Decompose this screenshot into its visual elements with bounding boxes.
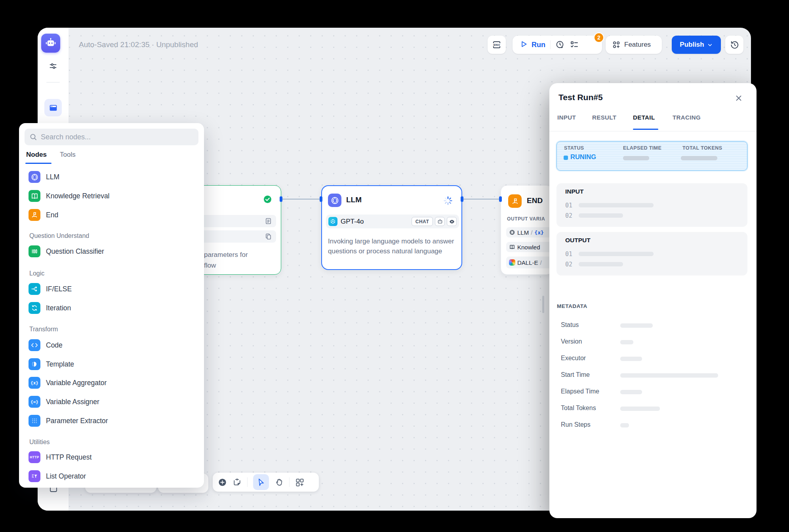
features-button[interactable]: Features bbox=[606, 36, 662, 54]
end-variable-dalle: DALL-E / bbox=[506, 256, 553, 268]
features-icon bbox=[612, 40, 621, 49]
start-field-row[interactable] bbox=[194, 230, 276, 243]
palette-item-knowledge-retrieval[interactable]: Knowledge Retrieval bbox=[29, 190, 195, 202]
palette-item-template[interactable]: Template bbox=[29, 358, 195, 370]
node-search[interactable] bbox=[25, 129, 198, 145]
vision-eye-badge-icon[interactable] bbox=[447, 217, 457, 226]
start-output-handle[interactable] bbox=[280, 196, 282, 202]
palette-item-question-classifier[interactable]: Question Classifier bbox=[29, 245, 195, 257]
tab-tracing[interactable]: TRACING bbox=[673, 114, 701, 121]
book-mini-icon bbox=[509, 244, 515, 250]
llm-node[interactable]: LLM bbox=[321, 185, 462, 270]
output-variables-label: OUTPUT VARIA bbox=[507, 216, 545, 222]
publish-label: Publish bbox=[680, 41, 704, 49]
total-tokens-label: TOTAL TOKENS bbox=[682, 145, 722, 151]
app-logo[interactable] bbox=[41, 34, 60, 53]
list-filter-icon bbox=[29, 470, 40, 482]
variable-assigner-icon: {=} bbox=[29, 396, 40, 408]
tab-detail[interactable]: DETAIL bbox=[633, 114, 655, 121]
llm-input-handle[interactable] bbox=[320, 196, 322, 202]
input-title: INPUT bbox=[565, 188, 584, 195]
elapsed-placeholder bbox=[623, 156, 649, 160]
palette-item-parameter-extractor[interactable]: Parameter Extractor bbox=[29, 415, 195, 427]
clock-play-icon[interactable] bbox=[555, 40, 565, 49]
node-palette-panel: Nodes Tools LLM Knowledge Retrieval End … bbox=[19, 123, 204, 488]
line-number: 02 bbox=[565, 212, 572, 219]
palette-item-http-request[interactable]: HTTP HTTP Request bbox=[29, 451, 195, 463]
chevron-down-icon bbox=[707, 42, 713, 48]
preferences-sliders-icon[interactable] bbox=[48, 61, 58, 71]
item-label: Iteration bbox=[46, 304, 71, 312]
metadata-row: Total Tokens bbox=[561, 405, 743, 412]
edge-start-to-llm bbox=[281, 199, 321, 200]
add-node-button[interactable] bbox=[218, 478, 227, 487]
palette-item-variable-aggregator[interactable]: {x} Variable Aggregator bbox=[29, 377, 195, 389]
output-section: OUTPUT 01 02 bbox=[556, 232, 747, 276]
start-field-row[interactable] bbox=[194, 215, 276, 227]
edge-llm-to-end bbox=[462, 199, 501, 200]
output-placeholder bbox=[579, 262, 623, 266]
item-label: Variable Assigner bbox=[46, 398, 99, 406]
document-icon bbox=[265, 217, 272, 225]
end-node-title: END bbox=[527, 196, 543, 205]
end-variable-llm: LLM / {x} bbox=[506, 227, 553, 238]
template-icon bbox=[29, 358, 40, 370]
run-toolbar: Run 2 bbox=[513, 36, 602, 54]
palette-item-list-operator[interactable]: List Operator bbox=[29, 470, 195, 482]
checklist-icon[interactable] bbox=[570, 40, 579, 49]
robot-badge-icon[interactable] bbox=[435, 217, 445, 226]
input-placeholder bbox=[579, 203, 654, 207]
tab-result[interactable]: RESULT bbox=[592, 114, 616, 121]
end-node[interactable]: END OUTPUT VARIA LLM / {x} Knowled DALL-… bbox=[501, 185, 553, 275]
workflow-window-tab[interactable] bbox=[44, 99, 62, 116]
http-icon: HTTP bbox=[29, 451, 40, 463]
organize-layout-button[interactable] bbox=[295, 478, 304, 487]
search-input[interactable] bbox=[41, 133, 194, 141]
palette-item-llm[interactable]: LLM bbox=[29, 171, 195, 183]
palette-item-end[interactable]: End bbox=[29, 209, 195, 221]
llm-output-handle[interactable] bbox=[461, 196, 463, 202]
item-label: Template bbox=[46, 360, 74, 369]
metadata-placeholder bbox=[620, 323, 653, 328]
tab-input[interactable]: INPUT bbox=[557, 114, 576, 121]
metadata-placeholder bbox=[620, 423, 629, 428]
tab-nodes[interactable]: Nodes bbox=[26, 151, 47, 159]
publish-button[interactable]: Publish bbox=[672, 36, 721, 54]
running-status-value: RUNING bbox=[570, 153, 596, 161]
checklist-badge: 2 bbox=[594, 32, 604, 43]
palette-item-iteration[interactable]: Iteration bbox=[29, 302, 195, 314]
metadata-row: Executor bbox=[561, 355, 743, 363]
metadata-title: METADATA bbox=[557, 303, 587, 309]
hand-tool-button[interactable] bbox=[274, 478, 284, 487]
palette-item-if-else[interactable]: IF/ELSE bbox=[29, 283, 195, 295]
history-icon bbox=[730, 40, 739, 50]
close-icon[interactable] bbox=[735, 94, 743, 102]
svg-text:ENV: ENV bbox=[494, 43, 500, 47]
window-icon bbox=[48, 103, 58, 113]
palette-item-code[interactable]: Code bbox=[29, 339, 195, 351]
llm-mini-icon bbox=[509, 229, 515, 236]
palette-item-variable-assigner[interactable]: {=} Variable Assigner bbox=[29, 396, 195, 408]
metadata-placeholder bbox=[620, 340, 633, 344]
item-label: LLM bbox=[46, 173, 59, 181]
llm-icon bbox=[29, 171, 40, 183]
item-label: Code bbox=[46, 341, 63, 350]
pointer-tool-button[interactable] bbox=[253, 474, 269, 490]
metadata-row: Start Time bbox=[561, 371, 743, 379]
cursor-icon bbox=[257, 478, 265, 486]
end-input-handle[interactable] bbox=[499, 196, 502, 202]
run-button[interactable]: Run bbox=[520, 40, 545, 50]
spinner-icon bbox=[443, 196, 453, 205]
item-label: List Operator bbox=[46, 472, 86, 481]
metadata-label: Executor bbox=[561, 355, 586, 362]
history-button[interactable] bbox=[725, 36, 743, 54]
add-note-button[interactable] bbox=[233, 478, 242, 487]
llm-model-selector[interactable]: GPT-4o CHAT bbox=[326, 215, 459, 228]
env-button[interactable]: ENV bbox=[488, 36, 506, 54]
output-placeholder bbox=[579, 252, 654, 256]
separator: / bbox=[540, 259, 542, 266]
variable-aggregator-icon: {x} bbox=[29, 377, 40, 389]
tab-tools[interactable]: Tools bbox=[60, 151, 76, 159]
item-label: Variable Aggregator bbox=[46, 379, 107, 387]
panel-resize-handle[interactable] bbox=[542, 296, 544, 313]
